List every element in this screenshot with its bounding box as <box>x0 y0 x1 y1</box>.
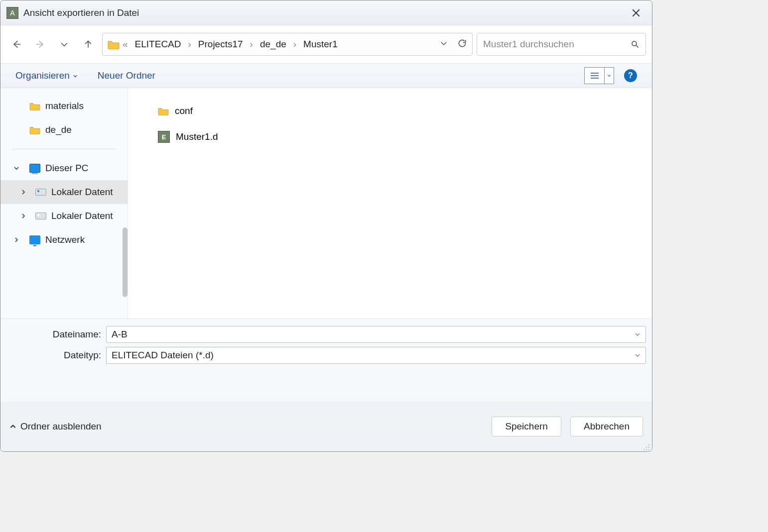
new-folder-button[interactable]: Neuer Ordner <box>98 70 155 81</box>
chevron-right-icon: › <box>249 39 254 50</box>
list-view-icon <box>585 68 605 84</box>
chevron-right-icon: › <box>187 39 192 50</box>
view-mode-button[interactable] <box>584 67 614 84</box>
chevron-right-icon[interactable] <box>20 211 28 221</box>
search-icon <box>631 40 640 49</box>
folder-icon <box>29 125 40 134</box>
list-item-folder-conf[interactable]: conf <box>158 98 622 124</box>
breadcrumb-segment[interactable]: ELITECAD <box>131 37 185 52</box>
breadcrumb-segment[interactable]: Projects17 <box>194 37 247 52</box>
filetype-field[interactable]: ELITECAD Dateien (*.d) <box>106 347 646 364</box>
chevron-right-icon: › <box>292 39 297 50</box>
chevron-down-icon <box>605 74 614 78</box>
chevron-down-icon <box>73 70 78 81</box>
filename-field[interactable] <box>106 326 646 343</box>
disk-icon <box>35 189 46 196</box>
breadcrumb-segment[interactable]: de_de <box>256 37 290 52</box>
titlebar: A Ansicht exportieren in Datei <box>0 0 652 25</box>
chevron-down-icon[interactable] <box>635 350 640 361</box>
list-item-label: Muster1.d <box>176 131 218 142</box>
chevron-right-icon[interactable] <box>20 187 28 198</box>
folder-icon <box>108 39 120 49</box>
network-icon <box>29 235 40 244</box>
close-icon <box>632 8 640 17</box>
document-icon: E <box>158 131 170 143</box>
refresh-icon <box>457 38 467 48</box>
tree-item-label: Netzwerk <box>45 234 85 245</box>
chevron-down-icon[interactable] <box>13 163 21 174</box>
tree-item-label: de_de <box>45 124 72 135</box>
arrow-left-icon <box>11 39 21 49</box>
recent-locations-button[interactable] <box>54 34 74 54</box>
tree-item-network[interactable]: Netzwerk <box>0 228 128 252</box>
close-button[interactable] <box>626 3 646 23</box>
chevron-down-icon <box>59 39 69 49</box>
back-button[interactable] <box>6 34 26 54</box>
filename-label: Dateiname: <box>6 329 106 340</box>
breadcrumb-segment[interactable]: Muster1 <box>299 37 342 52</box>
tree-item-local-disk-2[interactable]: Lokaler Datent <box>0 204 128 228</box>
list-item-file-muster1d[interactable]: E Muster1.d <box>158 124 622 150</box>
disk-icon <box>35 213 46 219</box>
filename-input[interactable] <box>112 329 635 340</box>
address-bar[interactable]: « ELITECAD › Projects17 › de_de › Muster… <box>102 33 473 56</box>
search-input[interactable] <box>483 39 627 50</box>
form-area: Dateiname: Dateityp: ELITECAD Dateien (*… <box>0 319 652 402</box>
folder-icon <box>158 106 169 115</box>
list-item-label: conf <box>175 106 193 116</box>
svg-point-4 <box>648 444 649 445</box>
save-dialog: A Ansicht exportieren in Datei « ELITECA… <box>0 0 652 452</box>
organize-label: Organisieren <box>15 70 70 81</box>
filetype-value: ELITECAD Dateien (*.d) <box>112 350 635 361</box>
toolbar: Organisieren Neuer Ordner ? <box>0 63 652 88</box>
nav-row: « ELITECAD › Projects17 › de_de › Muster… <box>0 25 652 63</box>
refresh-button[interactable] <box>457 38 467 51</box>
tree-item-label: Lokaler Datent <box>51 187 113 198</box>
tree-item-label: materials <box>45 101 84 111</box>
tree-item-local-disk-1[interactable]: Lokaler Datent <box>0 180 128 204</box>
dialog-title: Ansicht exportieren in Datei <box>23 7 139 18</box>
chevron-down-icon <box>439 39 448 48</box>
folders-toggle-label: Ordner ausblenden <box>20 421 102 432</box>
arrow-up-icon <box>83 39 93 49</box>
body: materials de_de Dieser PC Lokaler Datent <box>0 88 652 319</box>
svg-point-6 <box>648 447 649 448</box>
filetype-label: Dateityp: <box>6 350 106 361</box>
monitor-icon <box>29 164 40 173</box>
chevron-up-icon <box>9 423 16 430</box>
up-button[interactable] <box>78 34 98 54</box>
address-dropdown[interactable] <box>439 39 448 50</box>
organize-menu[interactable]: Organisieren <box>15 70 78 81</box>
app-icon: A <box>6 7 18 19</box>
tree-item-this-pc[interactable]: Dieser PC <box>0 156 128 180</box>
tree-item-label: Dieser PC <box>45 163 89 174</box>
chevron-down-icon[interactable] <box>635 329 640 340</box>
file-list[interactable]: conf E Muster1.d <box>128 88 652 319</box>
help-button[interactable]: ? <box>624 69 637 82</box>
tree-item-dede[interactable]: de_de <box>0 118 128 142</box>
tree-item-materials[interactable]: materials <box>0 94 128 118</box>
svg-point-7 <box>643 449 644 450</box>
svg-point-8 <box>646 449 647 450</box>
svg-point-5 <box>646 447 647 448</box>
tree-divider <box>12 149 116 149</box>
save-button[interactable]: Speichern <box>492 417 561 436</box>
footer: Ordner ausblenden Speichern Abbrechen <box>0 402 652 451</box>
svg-point-9 <box>648 449 649 450</box>
folders-toggle[interactable]: Ordner ausblenden <box>9 421 102 432</box>
chevron-right-icon[interactable] <box>13 234 21 245</box>
folder-icon <box>29 102 40 110</box>
search-box[interactable] <box>477 33 646 56</box>
resize-grip[interactable] <box>643 442 650 449</box>
tree-item-label: Lokaler Datent <box>51 211 113 221</box>
arrow-right-icon <box>35 39 45 49</box>
nav-tree[interactable]: materials de_de Dieser PC Lokaler Datent <box>0 88 128 319</box>
tree-scrollbar[interactable] <box>123 227 128 297</box>
breadcrumb-prefix: « <box>122 39 129 50</box>
cancel-button[interactable]: Abbrechen <box>570 417 643 436</box>
forward-button[interactable] <box>30 34 50 54</box>
svg-point-0 <box>632 41 637 46</box>
